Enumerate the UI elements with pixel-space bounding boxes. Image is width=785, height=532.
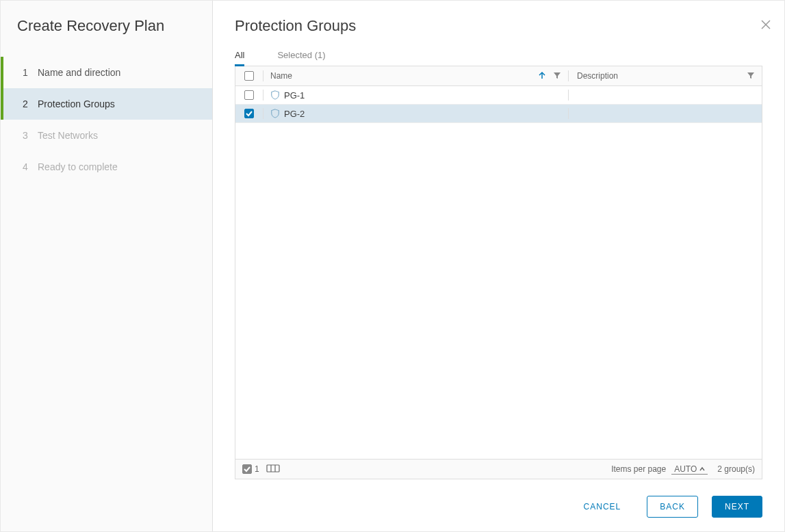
page-title: Protection Groups <box>235 17 762 35</box>
column-label: Name <box>270 71 292 81</box>
row-checkbox[interactable] <box>244 90 254 100</box>
step-test-networks: 3 Test Networks <box>1 120 212 151</box>
sort-ascending-icon[interactable] <box>538 71 546 81</box>
table-footer: 1 Items per page AUTO 2 group(s) <box>235 459 762 479</box>
items-per-page-value: AUTO <box>674 464 697 474</box>
table-header: Name Description <box>235 66 762 86</box>
table-row[interactable]: PG-1 <box>235 86 762 105</box>
step-label: Protection Groups <box>38 98 115 109</box>
step-index: 4 <box>23 161 38 172</box>
step-label: Ready to complete <box>38 161 118 172</box>
wizard-steps: 1 Name and direction 2 Protection Groups… <box>1 57 212 183</box>
wizard-title: Create Recovery Plan <box>17 17 212 35</box>
protection-group-icon <box>270 109 280 118</box>
svg-marker-4 <box>747 72 754 79</box>
tab-all[interactable]: All <box>235 50 244 66</box>
step-index: 2 <box>23 98 38 109</box>
table-row[interactable]: PG-2 <box>235 105 762 123</box>
step-label: Test Networks <box>38 130 98 141</box>
step-label: Name and direction <box>38 67 120 78</box>
filter-icon[interactable] <box>747 71 755 81</box>
svg-marker-3 <box>554 72 561 79</box>
row-name-cell: PG-1 <box>263 90 568 101</box>
row-name: PG-1 <box>284 90 305 101</box>
row-checkbox-cell[interactable] <box>235 90 263 100</box>
svg-rect-5 <box>267 465 279 472</box>
wizard-sidebar: Create Recovery Plan 1 Name and directio… <box>1 1 213 531</box>
select-all-checkbox[interactable] <box>244 71 254 81</box>
tab-selected[interactable]: Selected (1) <box>277 50 325 66</box>
row-name-cell: PG-2 <box>263 109 568 119</box>
row-checkbox[interactable] <box>244 109 254 118</box>
step-protection-groups[interactable]: 2 Protection Groups <box>1 88 212 120</box>
wizard-actions: CANCEL BACK NEXT <box>235 479 762 531</box>
wizard-content: Protection Groups All Selected (1) Name <box>213 1 784 531</box>
items-per-page-select[interactable]: AUTO <box>671 464 708 475</box>
step-index: 3 <box>23 130 38 141</box>
column-label: Description <box>577 71 618 81</box>
close-button[interactable] <box>761 20 771 31</box>
close-icon <box>761 21 771 31</box>
step-name-and-direction[interactable]: 1 Name and direction <box>1 57 212 88</box>
column-divider <box>568 90 569 101</box>
column-header-description[interactable]: Description <box>569 71 762 81</box>
column-picker-button[interactable] <box>266 464 280 475</box>
back-button[interactable]: BACK <box>647 496 698 518</box>
step-ready-to-complete: 4 Ready to complete <box>1 151 212 183</box>
row-checkbox-cell[interactable] <box>235 109 263 118</box>
protection-groups-table: Name Description <box>235 66 762 479</box>
chevron-up-icon <box>697 464 705 474</box>
row-name: PG-2 <box>284 109 305 119</box>
checkmark-icon <box>242 464 252 474</box>
column-header-name[interactable]: Name <box>263 71 568 81</box>
select-all-cell[interactable] <box>235 71 263 81</box>
total-count: 2 group(s) <box>717 464 755 474</box>
items-per-page-label: Items per page <box>611 464 666 474</box>
tabs: All Selected (1) <box>235 50 762 66</box>
filter-icon[interactable] <box>553 71 561 81</box>
table-body: PG-1 <box>235 86 762 459</box>
step-index: 1 <box>23 67 38 78</box>
column-divider <box>568 108 569 119</box>
protection-group-icon <box>270 90 280 100</box>
selected-count: 1 <box>255 464 259 474</box>
wizard-dialog: Create Recovery Plan 1 Name and directio… <box>0 0 785 532</box>
cancel-button[interactable]: CANCEL <box>571 496 634 518</box>
next-button[interactable]: NEXT <box>712 496 762 518</box>
selected-count-badge: 1 <box>242 464 259 474</box>
